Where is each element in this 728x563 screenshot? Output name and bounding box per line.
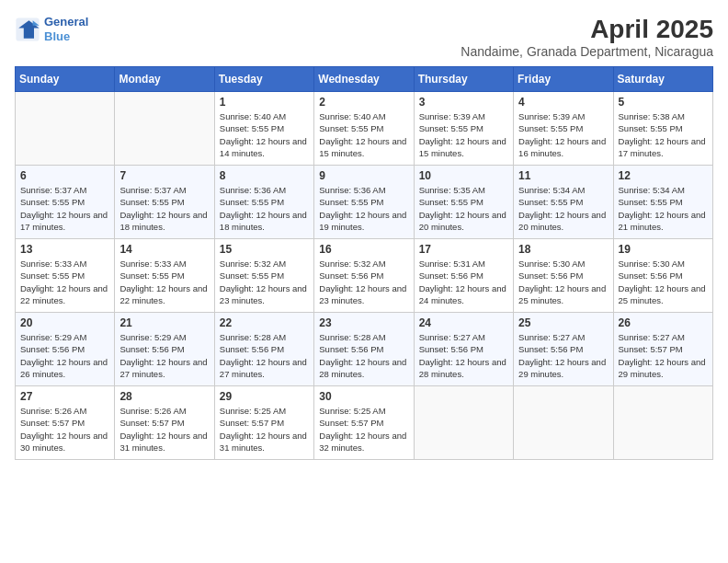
calendar-cell: 6Sunrise: 5:37 AM Sunset: 5:55 PM Daylig… <box>16 166 115 239</box>
calendar-cell: 17Sunrise: 5:31 AM Sunset: 5:56 PM Dayli… <box>414 239 513 313</box>
cell-day-number: 7 <box>119 169 209 182</box>
cell-day-number: 14 <box>119 243 209 256</box>
cell-day-number: 13 <box>20 243 109 256</box>
calendar-cell: 2Sunrise: 5:40 AM Sunset: 5:55 PM Daylig… <box>314 92 414 166</box>
calendar-cell <box>115 92 214 166</box>
calendar-cell: 1Sunrise: 5:40 AM Sunset: 5:55 PM Daylig… <box>214 92 313 166</box>
calendar-week-1: 1Sunrise: 5:40 AM Sunset: 5:55 PM Daylig… <box>16 92 713 166</box>
calendar-cell: 9Sunrise: 5:36 AM Sunset: 5:55 PM Daylig… <box>314 166 414 239</box>
calendar-cell: 29Sunrise: 5:25 AM Sunset: 5:57 PM Dayli… <box>214 386 313 460</box>
cell-day-number: 19 <box>619 243 708 256</box>
page-header: General Blue April 2025 Nandaime, Granad… <box>15 15 713 59</box>
cell-info: Sunrise: 5:32 AM Sunset: 5:56 PM Dayligh… <box>319 258 408 306</box>
calendar-cell: 12Sunrise: 5:34 AM Sunset: 5:55 PM Dayli… <box>613 166 712 239</box>
cell-day-number: 27 <box>20 390 109 403</box>
calendar-cell <box>414 386 513 460</box>
cell-info: Sunrise: 5:33 AM Sunset: 5:55 PM Dayligh… <box>20 258 109 306</box>
cell-day-number: 26 <box>619 316 708 329</box>
cell-day-number: 6 <box>20 169 109 182</box>
calendar-cell: 27Sunrise: 5:26 AM Sunset: 5:57 PM Dayli… <box>16 386 115 460</box>
calendar-subtitle: Nandaime, Granada Department, Nicaragua <box>461 44 713 59</box>
cell-info: Sunrise: 5:40 AM Sunset: 5:55 PM Dayligh… <box>220 110 309 159</box>
calendar-table: SundayMondayTuesdayWednesdayThursdayFrid… <box>15 66 713 460</box>
cell-day-number: 23 <box>319 316 408 329</box>
calendar-cell: 19Sunrise: 5:30 AM Sunset: 5:56 PM Dayli… <box>613 239 712 313</box>
cell-info: Sunrise: 5:26 AM Sunset: 5:57 PM Dayligh… <box>119 405 209 454</box>
calendar-cell <box>514 386 613 460</box>
calendar-cell <box>16 92 115 166</box>
cell-info: Sunrise: 5:38 AM Sunset: 5:55 PM Dayligh… <box>619 110 708 159</box>
column-header-monday: Monday <box>115 67 214 92</box>
cell-day-number: 21 <box>119 316 209 329</box>
calendar-title: April 2025 <box>461 15 713 44</box>
calendar-cell: 4Sunrise: 5:39 AM Sunset: 5:55 PM Daylig… <box>514 92 613 166</box>
cell-info: Sunrise: 5:25 AM Sunset: 5:57 PM Dayligh… <box>319 405 408 454</box>
cell-info: Sunrise: 5:32 AM Sunset: 5:55 PM Dayligh… <box>220 258 309 306</box>
logo-line2: Blue <box>44 29 88 44</box>
calendar-cell: 21Sunrise: 5:29 AM Sunset: 5:56 PM Dayli… <box>115 313 214 386</box>
cell-day-number: 24 <box>419 316 508 329</box>
calendar-week-2: 6Sunrise: 5:37 AM Sunset: 5:55 PM Daylig… <box>16 166 713 239</box>
cell-day-number: 12 <box>619 169 708 182</box>
column-header-friday: Friday <box>514 67 613 92</box>
calendar-cell: 14Sunrise: 5:33 AM Sunset: 5:55 PM Dayli… <box>115 239 214 313</box>
cell-info: Sunrise: 5:28 AM Sunset: 5:56 PM Dayligh… <box>220 331 309 380</box>
calendar-cell: 26Sunrise: 5:27 AM Sunset: 5:57 PM Dayli… <box>613 313 712 386</box>
logo: General Blue <box>15 15 88 43</box>
calendar-cell: 23Sunrise: 5:28 AM Sunset: 5:56 PM Dayli… <box>314 313 414 386</box>
calendar-cell: 11Sunrise: 5:34 AM Sunset: 5:55 PM Dayli… <box>514 166 613 239</box>
cell-info: Sunrise: 5:37 AM Sunset: 5:55 PM Dayligh… <box>119 184 209 233</box>
cell-info: Sunrise: 5:34 AM Sunset: 5:55 PM Dayligh… <box>518 184 608 233</box>
column-headers: SundayMondayTuesdayWednesdayThursdayFrid… <box>16 67 713 92</box>
cell-info: Sunrise: 5:28 AM Sunset: 5:56 PM Dayligh… <box>319 331 408 380</box>
calendar-cell: 16Sunrise: 5:32 AM Sunset: 5:56 PM Dayli… <box>314 239 414 313</box>
cell-info: Sunrise: 5:26 AM Sunset: 5:57 PM Dayligh… <box>20 405 109 454</box>
calendar-cell: 18Sunrise: 5:30 AM Sunset: 5:56 PM Dayli… <box>514 239 613 313</box>
column-header-tuesday: Tuesday <box>214 67 313 92</box>
calendar-cell: 20Sunrise: 5:29 AM Sunset: 5:56 PM Dayli… <box>16 313 115 386</box>
calendar-cell: 8Sunrise: 5:36 AM Sunset: 5:55 PM Daylig… <box>214 166 313 239</box>
calendar-cell: 24Sunrise: 5:27 AM Sunset: 5:56 PM Dayli… <box>414 313 513 386</box>
cell-info: Sunrise: 5:35 AM Sunset: 5:55 PM Dayligh… <box>419 184 508 233</box>
cell-day-number: 15 <box>220 243 309 256</box>
cell-info: Sunrise: 5:34 AM Sunset: 5:55 PM Dayligh… <box>619 184 708 233</box>
cell-info: Sunrise: 5:31 AM Sunset: 5:56 PM Dayligh… <box>419 258 508 306</box>
calendar-cell: 5Sunrise: 5:38 AM Sunset: 5:55 PM Daylig… <box>613 92 712 166</box>
cell-day-number: 8 <box>220 169 309 182</box>
cell-day-number: 16 <box>319 243 408 256</box>
calendar-cell: 25Sunrise: 5:27 AM Sunset: 5:56 PM Dayli… <box>514 313 613 386</box>
cell-info: Sunrise: 5:36 AM Sunset: 5:55 PM Dayligh… <box>220 184 309 233</box>
column-header-thursday: Thursday <box>414 67 513 92</box>
calendar-cell: 3Sunrise: 5:39 AM Sunset: 5:55 PM Daylig… <box>414 92 513 166</box>
calendar-cell <box>613 386 712 460</box>
cell-day-number: 10 <box>419 169 508 182</box>
cell-day-number: 5 <box>619 96 708 109</box>
cell-info: Sunrise: 5:37 AM Sunset: 5:55 PM Dayligh… <box>20 184 109 233</box>
calendar-week-5: 27Sunrise: 5:26 AM Sunset: 5:57 PM Dayli… <box>16 386 713 460</box>
logo-line1: General <box>44 15 88 29</box>
cell-day-number: 18 <box>518 243 608 256</box>
cell-info: Sunrise: 5:27 AM Sunset: 5:56 PM Dayligh… <box>419 331 508 380</box>
logo-text: General Blue <box>44 15 88 43</box>
calendar-week-4: 20Sunrise: 5:29 AM Sunset: 5:56 PM Dayli… <box>16 313 713 386</box>
cell-day-number: 25 <box>518 316 608 329</box>
cell-day-number: 1 <box>220 96 309 109</box>
calendar-cell: 13Sunrise: 5:33 AM Sunset: 5:55 PM Dayli… <box>16 239 115 313</box>
cell-day-number: 17 <box>419 243 508 256</box>
cell-day-number: 9 <box>319 169 408 182</box>
calendar-cell: 22Sunrise: 5:28 AM Sunset: 5:56 PM Dayli… <box>214 313 313 386</box>
cell-day-number: 30 <box>319 390 408 403</box>
column-header-saturday: Saturday <box>613 67 712 92</box>
cell-info: Sunrise: 5:25 AM Sunset: 5:57 PM Dayligh… <box>220 405 309 454</box>
cell-day-number: 4 <box>518 96 608 109</box>
calendar-cell: 10Sunrise: 5:35 AM Sunset: 5:55 PM Dayli… <box>414 166 513 239</box>
calendar-week-3: 13Sunrise: 5:33 AM Sunset: 5:55 PM Dayli… <box>16 239 713 313</box>
cell-day-number: 11 <box>518 169 608 182</box>
cell-day-number: 29 <box>220 390 309 403</box>
calendar-cell: 28Sunrise: 5:26 AM Sunset: 5:57 PM Dayli… <box>115 386 214 460</box>
cell-day-number: 28 <box>119 390 209 403</box>
cell-info: Sunrise: 5:27 AM Sunset: 5:56 PM Dayligh… <box>518 331 608 380</box>
cell-info: Sunrise: 5:30 AM Sunset: 5:56 PM Dayligh… <box>619 258 708 306</box>
cell-info: Sunrise: 5:29 AM Sunset: 5:56 PM Dayligh… <box>119 331 209 380</box>
column-header-wednesday: Wednesday <box>314 67 414 92</box>
